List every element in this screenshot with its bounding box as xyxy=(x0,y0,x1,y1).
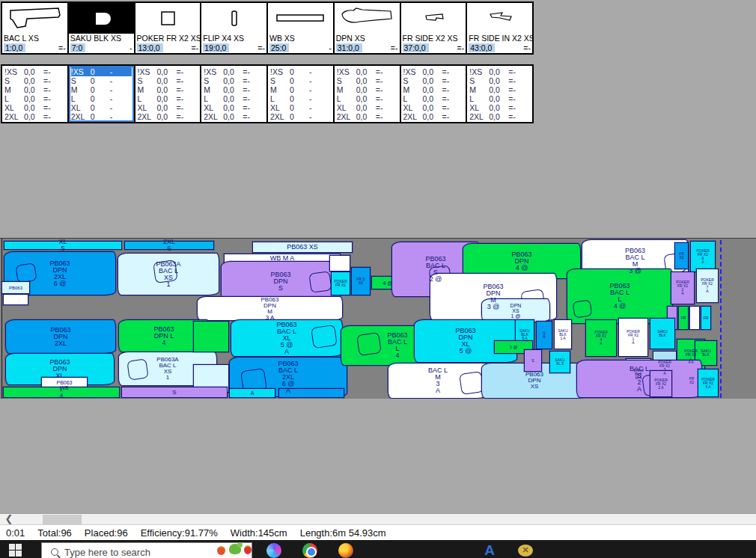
size-row-!xs[interactable]: !XS0,0=- xyxy=(403,67,466,76)
marker-piece[interactable]: SAKUBLK1 A xyxy=(554,319,572,349)
size-row-2xl[interactable]: 2XL0,0=- xyxy=(337,112,400,121)
size-column-4[interactable]: !XS0,0=-S0,0=-M0,0=-L0,0=-XL0,0=-2XL0,0=… xyxy=(201,66,266,122)
pattern-cell-poker-fr-x2-xs[interactable]: POKER FR X2 XS13:0,0=- xyxy=(135,3,201,53)
pattern-cell-fr-side-in-x2-xs[interactable]: FR SIDE IN X2 XS43:0,0=- xyxy=(467,3,532,53)
size-row-!xs[interactable]: !XS0,0=- xyxy=(469,67,532,76)
pattern-cell-saku-blk-xs[interactable]: SAKU BLK XS7:0- xyxy=(69,3,134,53)
size-row-m[interactable]: M0,0=- xyxy=(204,85,266,94)
marker-piece[interactable]: PB063DPNS xyxy=(221,261,341,301)
size-row-!xs[interactable]: !XS0,0=- xyxy=(4,67,67,76)
size-column-7[interactable]: !XS0,0=-S0,0=-M0,0=-L0,0=-XL0,0=-2XL0,0=… xyxy=(401,66,466,122)
size-row-xl[interactable]: XL0,0=- xyxy=(469,103,532,112)
marker-piece[interactable]: L4 xyxy=(3,387,120,398)
size-row-2xl[interactable]: 2XL0,0=- xyxy=(138,112,201,121)
size-row-l[interactable]: L0- xyxy=(71,94,134,103)
start-button[interactable] xyxy=(9,544,22,557)
marker-piece[interactable]: FR SX2 xyxy=(351,267,371,295)
marker-piece[interactable]: PB063BAC LXL5 @A xyxy=(231,319,343,357)
size-row-s[interactable]: S0- xyxy=(71,76,134,85)
size-row-s[interactable]: S0- xyxy=(270,76,333,85)
marker-piece[interactable]: POKERFR X2 xyxy=(331,272,350,295)
marker-piece[interactable]: POKERFR X25 A xyxy=(698,369,719,397)
marker-piece[interactable]: POKERFR X22 A xyxy=(650,370,672,397)
size-row-s[interactable]: S0,0=- xyxy=(403,76,466,85)
marker-piece[interactable] xyxy=(689,306,700,330)
marker-piece[interactable]: FRX2 xyxy=(674,242,689,269)
pattern-cell-wb-xs[interactable]: WB XS25:0- xyxy=(268,3,333,53)
marker-piece[interactable]: SB xyxy=(536,321,552,349)
marker-piece[interactable]: PB063 XS xyxy=(252,242,353,253)
marker-piece[interactable]: PB063DPNM3 A xyxy=(197,296,343,321)
size-row-!xs[interactable]: !XS0- xyxy=(71,67,132,76)
chrome-taskbar-icon[interactable] xyxy=(302,543,317,558)
marker-piece[interactable]: S xyxy=(121,387,228,398)
size-row-s[interactable]: S0,0=- xyxy=(337,76,400,85)
taskbar-search-box[interactable]: Type here to search xyxy=(41,542,252,558)
marker-nesting-area[interactable]: XL52XL6PB063 XSWB M APB063DPN2XL6 @PB063… xyxy=(0,238,756,399)
size-row-m[interactable]: M0,0=- xyxy=(337,85,400,94)
size-column-3[interactable]: !XS0,0=-S0,0=-M0,0=-L0,0=-XL0,0=-2XL0,0=… xyxy=(135,66,201,122)
size-row-xl[interactable]: XL0,0=- xyxy=(4,103,67,112)
size-row-s[interactable]: S0,0=- xyxy=(204,76,266,85)
size-row-l[interactable]: L0- xyxy=(270,94,333,103)
size-row-2xl[interactable]: 2XL0- xyxy=(270,112,333,121)
scrollbar-thumb[interactable] xyxy=(43,515,82,524)
marker-piece[interactable]: FR xyxy=(701,306,711,330)
gold-badge-taskbar-icon[interactable]: ✕ xyxy=(518,545,533,557)
size-row-m[interactable]: M0,0=- xyxy=(403,85,466,94)
marker-piece[interactable]: POKERFR X22A xyxy=(671,272,695,304)
marker-piece[interactable]: XL5 xyxy=(4,241,122,250)
scroll-left-arrow-icon[interactable]: ❮ xyxy=(3,514,15,525)
size-row-l[interactable]: L0,0=- xyxy=(337,94,400,103)
size-row-s[interactable]: S0,0=- xyxy=(4,76,67,85)
size-row-l[interactable]: L0,0=- xyxy=(403,94,466,103)
size-row-2xl[interactable]: 2XL0,0=- xyxy=(204,112,266,121)
marker-piece[interactable]: PB063DPN2XL xyxy=(5,319,116,354)
pattern-cell-flip-x4-xs[interactable]: FLIP X4 XS19:0,0=- xyxy=(201,3,266,53)
firefox-taskbar-icon[interactable] xyxy=(338,543,353,558)
size-row-xl[interactable]: XL0,0=- xyxy=(337,103,400,112)
size-column-2[interactable]: !XS0-S0-M0-L0-XL0-2XL0- xyxy=(69,66,134,122)
size-row-l[interactable]: L0,0=- xyxy=(4,94,67,103)
marker-piece[interactable] xyxy=(278,388,344,398)
size-row-xl[interactable]: XL0,0=- xyxy=(138,103,201,112)
size-row-l[interactable]: L0,0=- xyxy=(469,94,532,103)
pattern-cell-fr-side-x2-xs[interactable]: FR SIDE X2 XS37:0,0=- xyxy=(401,3,466,53)
marker-piece[interactable]: PB063 xyxy=(1,281,30,294)
marker-piece[interactable]: SAKUXL 5 xyxy=(549,351,570,373)
size-column-6[interactable]: !XS0,0=-S0,0=-M0,0=-L0,0=-XL0,0=-2XL0,0=… xyxy=(335,66,400,122)
marker-piece[interactable]: S xyxy=(524,349,542,372)
marker-piece[interactable]: POKERFR X27A xyxy=(696,269,719,303)
size-row-!xs[interactable]: !XS0,0=- xyxy=(204,67,266,76)
size-row-2xl[interactable]: 2XL0,0=- xyxy=(469,112,532,121)
size-row-!xs[interactable]: !XS0,0=- xyxy=(138,67,201,76)
marker-piece[interactable] xyxy=(329,255,350,272)
marker-piece[interactable]: SAKUBLK xyxy=(650,318,675,349)
marker-piece[interactable]: BAC LS2A xyxy=(576,360,702,398)
size-row-l[interactable]: L0,0=- xyxy=(138,94,201,103)
marker-piece[interactable]: PB063BAC LL4 @ xyxy=(567,269,673,324)
size-row-2xl[interactable]: 2XL0- xyxy=(71,112,134,121)
marker-piece[interactable]: A xyxy=(229,388,275,398)
size-column-8[interactable]: !XS0,0=-S0,0=-M0,0=-L0,0=-XL0,0=-2XL0,0=… xyxy=(467,66,532,122)
size-row-!xs[interactable]: !XS0,0=- xyxy=(337,67,400,76)
pattern-cell-dpn-xs[interactable]: DPN XS31:0,0=- xyxy=(335,3,400,53)
copilot-taskbar-icon[interactable] xyxy=(266,543,281,558)
size-row-m[interactable]: M0- xyxy=(270,85,333,94)
size-row-m[interactable]: M0- xyxy=(71,85,134,94)
marker-piece[interactable] xyxy=(193,321,229,352)
marker-piece[interactable]: 2XL6 xyxy=(124,241,214,250)
size-row-s[interactable]: S0,0=- xyxy=(469,76,532,85)
size-row-l[interactable]: L0,0=- xyxy=(204,94,266,103)
size-row-xl[interactable]: XL0- xyxy=(71,103,134,112)
marker-piece[interactable]: POKERFR X26A xyxy=(690,241,716,272)
horizontal-scrollbar[interactable]: ❮ xyxy=(0,513,756,524)
marker-piece[interactable]: POKERFR X24A xyxy=(585,319,617,357)
size-row-2xl[interactable]: 2XL0,0=- xyxy=(4,112,67,121)
size-row-2xl[interactable]: 2XL0,0=- xyxy=(403,112,466,121)
app-a-taskbar-icon[interactable]: A xyxy=(482,543,497,558)
marker-piece[interactable]: POKERFR X21A xyxy=(618,318,648,357)
size-row-xl[interactable]: XL0- xyxy=(270,103,333,112)
size-column-1[interactable]: !XS0,0=-S0,0=-M0,0=-L0,0=-XL0,0=-2XL0,0=… xyxy=(2,66,67,122)
marker-piece[interactable]: PB063ABAC LXS1 xyxy=(118,253,219,295)
